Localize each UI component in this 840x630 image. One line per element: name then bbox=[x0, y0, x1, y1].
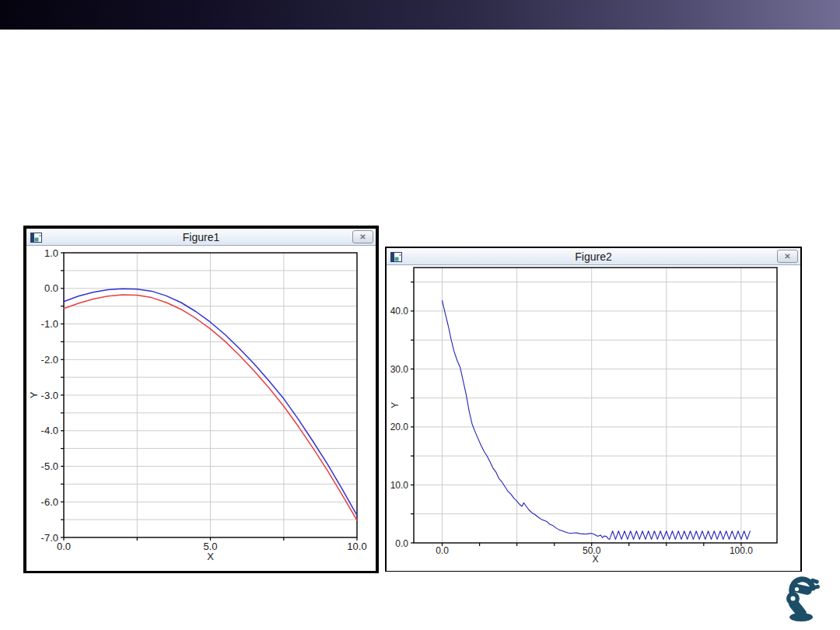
svg-text:-6.0: -6.0 bbox=[41, 496, 58, 508]
svg-text:30.0: 30.0 bbox=[390, 364, 409, 375]
svg-text:X: X bbox=[207, 551, 214, 562]
svg-text:1.0: 1.0 bbox=[44, 247, 58, 259]
window-title: Figure1 bbox=[26, 231, 376, 243]
svg-text:-5.0: -5.0 bbox=[41, 460, 58, 472]
svg-text:Y: Y bbox=[28, 391, 40, 398]
svg-text:-7.0: -7.0 bbox=[41, 532, 58, 544]
figure1-plot-area: 0.05.010.01.00.0-1.0-2.0-3.0-4.0-5.0-6.0… bbox=[26, 246, 376, 571]
svg-text:-3.0: -3.0 bbox=[41, 390, 58, 401]
svg-text:X: X bbox=[592, 554, 598, 565]
plot-window-icon bbox=[30, 232, 42, 242]
top-gradient-bar bbox=[0, 0, 840, 30]
svg-text:-1.0: -1.0 bbox=[41, 318, 58, 330]
svg-text:20.0: 20.0 bbox=[390, 422, 409, 432]
plot-window-icon bbox=[390, 251, 402, 261]
svg-text:0.0: 0.0 bbox=[436, 545, 449, 556]
svg-text:10.0: 10.0 bbox=[390, 480, 409, 491]
close-button[interactable]: ✕ bbox=[352, 230, 373, 243]
svg-text:0.0: 0.0 bbox=[44, 282, 58, 294]
svg-text:100.0: 100.0 bbox=[730, 545, 753, 556]
svg-text:Y: Y bbox=[390, 402, 401, 408]
svg-text:-4.0: -4.0 bbox=[41, 425, 58, 436]
figure1-titlebar[interactable]: Figure1 ✕ bbox=[26, 229, 376, 246]
close-button[interactable]: ✕ bbox=[777, 250, 798, 263]
figure1-window: Figure1 ✕ 0.05.010.01.00.0-1.0-2.0-3.0-4… bbox=[23, 226, 379, 573]
figure2-titlebar[interactable]: Figure2 ✕ bbox=[387, 248, 800, 265]
svg-text:40.0: 40.0 bbox=[390, 306, 409, 317]
svg-text:0.0: 0.0 bbox=[395, 538, 408, 549]
window-title: Figure2 bbox=[387, 250, 800, 263]
figure2-chart: 0.050.0100.00.010.020.030.040.0XY bbox=[387, 265, 800, 571]
figure2-plot-area: 0.050.0100.00.010.020.030.040.0XY bbox=[387, 265, 800, 571]
slide: Figure1 ✕ 0.05.010.01.00.0-1.0-2.0-3.0-4… bbox=[0, 0, 840, 630]
svg-text:10.0: 10.0 bbox=[347, 541, 366, 552]
figure2-window: Figure2 ✕ 0.050.0100.00.010.020.030.040.… bbox=[385, 247, 802, 572]
figure1-chart: 0.05.010.01.00.0-1.0-2.0-3.0-4.0-5.0-6.0… bbox=[26, 246, 376, 571]
svg-text:0.0: 0.0 bbox=[57, 541, 71, 552]
robot-arm-logo bbox=[780, 576, 821, 622]
svg-text:-2.0: -2.0 bbox=[41, 354, 58, 366]
